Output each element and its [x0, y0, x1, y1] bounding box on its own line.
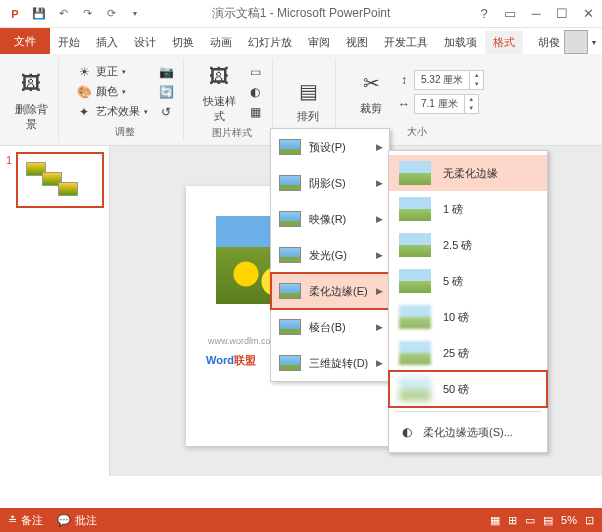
comments-button[interactable]: 💬批注 — [57, 513, 97, 528]
crop-button[interactable]: ✂裁剪 — [350, 67, 392, 116]
soft-edge-50pt[interactable]: 50 磅 — [389, 371, 547, 407]
redo-icon[interactable]: ↷ — [76, 3, 98, 25]
height-input[interactable]: 5.32 厘米▲▼ — [414, 70, 484, 90]
menu-soft-edges[interactable]: 柔化边缘(E)▶ — [271, 273, 389, 309]
repeat-icon[interactable]: ⟳ — [100, 3, 122, 25]
thumb-10pt — [399, 305, 431, 329]
slide-number: 1 — [6, 154, 12, 166]
bevel-icon — [279, 319, 301, 335]
glow-icon — [279, 247, 301, 263]
tab-file[interactable]: 文件 — [0, 28, 50, 54]
tab-animations[interactable]: 动画 — [202, 31, 240, 54]
artistic-button[interactable]: ✦艺术效果▾ — [73, 103, 151, 121]
soft-edge-5pt[interactable]: 5 磅 — [389, 263, 547, 299]
change-button[interactable]: 🔄 — [155, 83, 177, 101]
compress-icon: 📷 — [158, 64, 174, 80]
group-styles: 🖼 快速样式 ▭ ◐ ▦ 图片样式 — [192, 58, 273, 141]
adjust-label: 调整 — [115, 125, 135, 139]
crop-icon: ✂ — [355, 67, 387, 99]
width-icon: ↔ — [396, 96, 412, 112]
avatar — [564, 30, 588, 54]
soft-edges-submenu: 无柔化边缘 1 磅 2.5 磅 5 磅 10 磅 25 磅 50 磅 ◐柔化边缘… — [388, 150, 548, 453]
tab-developer[interactable]: 开发工具 — [376, 31, 436, 54]
fit-icon[interactable]: ⊡ — [585, 514, 594, 527]
tab-insert[interactable]: 插入 — [88, 31, 126, 54]
menu-reflection[interactable]: 映像(R)▶ — [271, 201, 389, 237]
preset-icon — [279, 139, 301, 155]
menu-bevel[interactable]: 棱台(B)▶ — [271, 309, 389, 345]
notes-button[interactable]: ≛备注 — [8, 513, 43, 528]
picture-style-icon: 🖼 — [203, 60, 235, 92]
soft-edge-options[interactable]: ◐柔化边缘选项(S)... — [389, 416, 547, 448]
view-reading-icon[interactable]: ▭ — [525, 514, 535, 527]
close-icon[interactable]: ✕ — [578, 4, 598, 24]
soft-edge-none[interactable]: 无柔化边缘 — [389, 155, 547, 191]
menu-3d-rotation[interactable]: 三维旋转(D)▶ — [271, 345, 389, 381]
shadow-icon — [279, 175, 301, 191]
reflect-icon — [279, 211, 301, 227]
maximize-icon[interactable]: ☐ — [552, 4, 572, 24]
color-button[interactable]: 🎨颜色▾ — [73, 83, 151, 101]
quick-styles-button[interactable]: 🖼 快速样式 — [198, 60, 240, 124]
arrange-button[interactable]: ▤排列 — [287, 75, 329, 124]
view-slideshow-icon[interactable]: ▤ — [543, 514, 553, 527]
undo-icon[interactable]: ↶ — [52, 3, 74, 25]
soft-edge-10pt[interactable]: 10 磅 — [389, 299, 547, 335]
zoom-level[interactable]: 5% — [561, 514, 577, 526]
menu-shadow[interactable]: 阴影(S)▶ — [271, 165, 389, 201]
thumb-25pt — [399, 341, 431, 365]
user-area[interactable]: 胡俊 ▾ — [538, 30, 602, 54]
powerpoint-icon[interactable]: P — [4, 3, 26, 25]
layout-icon: ▦ — [247, 104, 263, 120]
help-icon[interactable]: ? — [474, 4, 494, 24]
status-bar: ≛备注 💬批注 ▦ ⊞ ▭ ▤ 5% ⊡ — [0, 508, 602, 532]
tab-home[interactable]: 开始 — [50, 31, 88, 54]
tab-transitions[interactable]: 切换 — [164, 31, 202, 54]
soft-edge-icon — [279, 283, 301, 299]
effects-dropdown-icon: ◐ — [247, 84, 263, 100]
tab-view[interactable]: 视图 — [338, 31, 376, 54]
palette-icon: 🎨 — [76, 84, 92, 100]
view-sorter-icon[interactable]: ⊞ — [508, 514, 517, 527]
soft-edge-25pt[interactable]: 25 磅 — [389, 335, 547, 371]
corrections-button[interactable]: ☀更正▾ — [73, 63, 151, 81]
tab-design[interactable]: 设计 — [126, 31, 164, 54]
remove-bg-icon: 🖼 — [15, 68, 47, 100]
thumb-1pt — [399, 197, 431, 221]
ribbon-display-icon[interactable]: ▭ — [500, 4, 520, 24]
compress-button[interactable]: 📷 — [155, 63, 177, 81]
view-normal-icon[interactable]: ▦ — [490, 514, 500, 527]
remove-background-button[interactable]: 🖼 删除背景 — [10, 68, 52, 132]
soft-edge-1pt[interactable]: 1 磅 — [389, 191, 547, 227]
size-label: 大小 — [407, 125, 427, 139]
tab-addins[interactable]: 加载项 — [436, 31, 485, 54]
watermark: www.wordlm.com Word联盟 — [206, 346, 256, 369]
arrange-icon: ▤ — [292, 75, 324, 107]
qat-dropdown-icon[interactable]: ▾ — [124, 3, 146, 25]
reset-button[interactable]: ↺ — [155, 103, 177, 121]
tab-format[interactable]: 格式 — [485, 31, 523, 54]
group-remove-bg: 🖼 删除背景 — [4, 58, 59, 141]
border-icon: ▭ — [247, 64, 263, 80]
layout-button[interactable]: ▦ — [244, 103, 266, 121]
user-name: 胡俊 — [538, 35, 560, 50]
thumb-none — [399, 161, 431, 185]
menu-glow[interactable]: 发光(G)▶ — [271, 237, 389, 273]
width-input[interactable]: 7.1 厘米▲▼ — [414, 94, 479, 114]
effects-button[interactable]: ◐ — [244, 83, 266, 101]
reset-icon: ↺ — [158, 104, 174, 120]
tab-review[interactable]: 审阅 — [300, 31, 338, 54]
quick-access-toolbar: P 💾 ↶ ↷ ⟳ ▾ — [0, 3, 146, 25]
save-icon[interactable]: 💾 — [28, 3, 50, 25]
options-icon: ◐ — [399, 424, 415, 440]
slide-thumbnail-1[interactable]: 1 — [16, 152, 104, 208]
minimize-icon[interactable]: ─ — [526, 4, 546, 24]
effects-icon: ✦ — [76, 104, 92, 120]
menu-preset[interactable]: 预设(P)▶ — [271, 129, 389, 165]
change-icon: 🔄 — [158, 84, 174, 100]
soft-edge-2-5pt[interactable]: 2.5 磅 — [389, 227, 547, 263]
window-title: 演示文稿1 - Microsoft PowerPoint — [212, 5, 391, 22]
title-bar: P 💾 ↶ ↷ ⟳ ▾ 演示文稿1 - Microsoft PowerPoint… — [0, 0, 602, 28]
border-button[interactable]: ▭ — [244, 63, 266, 81]
tab-slideshow[interactable]: 幻灯片放 — [240, 31, 300, 54]
